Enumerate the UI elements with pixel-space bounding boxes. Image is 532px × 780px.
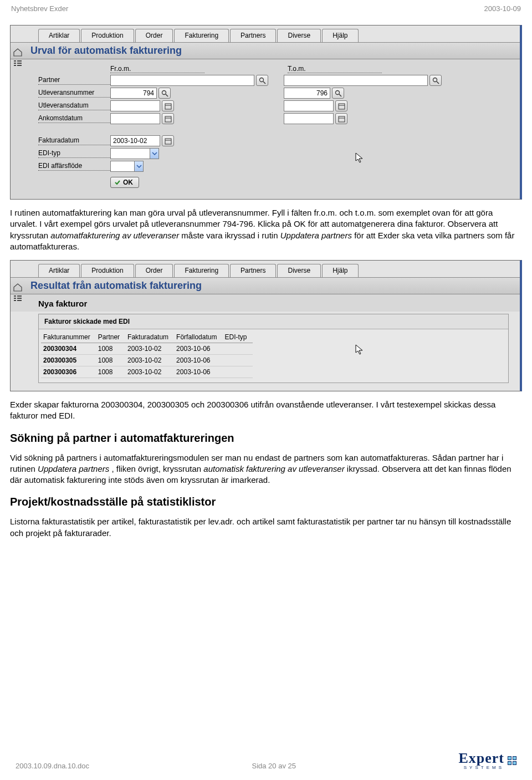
calendar-icon[interactable] (335, 100, 347, 111)
label-utlevdatum: Utleveransdatum (38, 101, 110, 110)
text: måste vara ikryssad i rutin (181, 231, 280, 240)
cell-fnr: 200300305 (41, 355, 96, 366)
table-row: 200300305 1008 2003-10-02 2003-10-06 (41, 355, 253, 366)
search-icon[interactable] (332, 88, 344, 99)
tab-diverse[interactable]: Diverse (277, 29, 321, 42)
list-icon[interactable] (13, 294, 23, 303)
logo-sub: SYSTEMS (458, 766, 504, 770)
menu-tabs: Artiklar Produktion Order Fakturering Pa… (11, 26, 520, 43)
select-editype[interactable] (110, 148, 159, 159)
col-forfallodatum: Förfallodatum (174, 332, 222, 343)
table-row: 200300306 1008 2003-10-02 2003-10-06 (41, 366, 253, 378)
invoice-table: Fakturanummer Partner Fakturadatum Förfa… (41, 332, 253, 378)
cell-partner: 1008 (96, 343, 125, 355)
svg-rect-2 (14, 63, 16, 64)
subtitle-nya-fakturor: Nya fakturor (11, 294, 520, 312)
paragraph-3: Vid sökning på partners i automatfakture… (10, 452, 522, 486)
home-icon[interactable] (13, 283, 23, 292)
cell-fdue: 2003-10-06 (174, 343, 222, 355)
calendar-icon[interactable] (162, 100, 174, 111)
logo: Expert SYSTEMS (458, 751, 516, 770)
svg-rect-3 (17, 63, 22, 64)
page-footer: 2003.10.09.dna.10.doc Sida 20 av 25 Expe… (0, 751, 532, 770)
home-icon[interactable] (13, 48, 23, 57)
cell-fdue: 2003-10-06 (174, 366, 222, 378)
input-utlevdatum-to[interactable] (284, 100, 334, 111)
tab-order[interactable]: Order (135, 264, 173, 277)
svg-rect-29 (17, 300, 22, 301)
col-to-label: T.o.m. (288, 65, 382, 73)
cell-partner: 1008 (96, 355, 125, 366)
paragraph-4: Listorna fakturastatistik per artikel, f… (10, 516, 522, 539)
svg-rect-20 (339, 116, 345, 122)
text-italic: Uppdatera partners (38, 464, 109, 473)
input-utlevdatum-from[interactable] (110, 100, 160, 111)
svg-rect-16 (339, 104, 345, 109)
tab-order[interactable]: Order (135, 29, 173, 42)
calendar-icon[interactable] (162, 135, 174, 146)
input-ankomst-from[interactable] (110, 113, 160, 124)
text: , fliken övrigt, kryssrutan (111, 464, 203, 473)
search-icon[interactable] (256, 75, 268, 86)
list-icon[interactable] (13, 59, 23, 68)
tab-fakturering[interactable]: Fakturering (174, 264, 229, 277)
tab-hjalp[interactable]: Hjälp (322, 29, 358, 42)
cell-edi (222, 366, 252, 378)
input-utlevnr-from[interactable]: 794 (110, 88, 157, 99)
input-ankomst-to[interactable] (284, 113, 334, 124)
select-ediflow[interactable] (110, 161, 144, 172)
tab-partners[interactable]: Partners (230, 29, 276, 42)
panel-edi-fakturor: Fakturor skickade med EDI Fakturanummer … (38, 314, 509, 383)
tab-artiklar[interactable]: Artiklar (38, 29, 80, 42)
chevron-down-icon (150, 149, 158, 159)
section-heading-sokning: Sökning på partner i automatfaktureringe… (10, 432, 522, 445)
svg-rect-18 (165, 116, 171, 122)
search-icon[interactable] (158, 88, 171, 99)
tab-produktion[interactable]: Produktion (81, 29, 134, 42)
col-partner: Partner (96, 332, 125, 343)
table-header-row: Fakturanummer Partner Fakturadatum Förfa… (41, 332, 253, 343)
svg-rect-5 (17, 65, 22, 66)
col-editype: EDI-typ (222, 332, 252, 343)
tab-fakturering[interactable]: Fakturering (174, 29, 229, 42)
col-fakturadatum: Fakturadatum (125, 332, 174, 343)
tab-hjalp[interactable]: Hjälp (322, 264, 358, 277)
paragraph-1: I rutinen automatfakturering kan man gör… (10, 207, 522, 252)
svg-rect-1 (17, 60, 22, 62)
sidebar-icons-2 (13, 281, 28, 305)
text-italic: automatisk fakturering av utleveranser (203, 464, 344, 473)
tab-artiklar[interactable]: Artiklar (38, 264, 80, 277)
doc-title: Nyhetsbrev Exder (11, 4, 68, 13)
logo-brand: Expert (458, 751, 504, 766)
svg-point-6 (259, 78, 263, 81)
svg-rect-27 (17, 298, 22, 299)
svg-rect-24 (14, 295, 16, 297)
tab-produktion[interactable]: Produktion (81, 264, 134, 277)
input-utlevnr-to[interactable]: 796 (284, 88, 330, 99)
label-ediflow: EDI affärsflöde (38, 162, 110, 171)
svg-line-13 (339, 94, 341, 96)
window-title: Urval för automatisk fakturering (11, 43, 520, 59)
ok-button[interactable]: OK (110, 177, 139, 188)
svg-point-8 (433, 78, 437, 81)
svg-line-7 (263, 81, 265, 84)
cell-partner: 1008 (96, 366, 125, 378)
svg-rect-22 (165, 139, 171, 144)
input-fakturadatum[interactable]: 2003-10-02 (110, 135, 160, 146)
cell-fnr: 200300304 (41, 343, 96, 355)
svg-point-12 (335, 90, 339, 94)
tab-partners[interactable]: Partners (230, 264, 276, 277)
svg-rect-26 (14, 298, 16, 299)
col-from-label: Fr.o.m. (110, 65, 204, 73)
text-italic: Uppdatera partners (280, 231, 352, 240)
paragraph-2: Exder skapar fakturorna 200300304, 20030… (10, 399, 522, 422)
check-icon (114, 179, 121, 186)
input-partner-to[interactable] (284, 75, 428, 86)
calendar-icon[interactable] (335, 113, 347, 124)
input-partner-from[interactable] (110, 75, 254, 86)
tab-diverse[interactable]: Diverse (277, 264, 321, 277)
footer-page: Sida 20 av 25 (252, 762, 296, 770)
search-icon[interactable] (429, 75, 442, 86)
svg-rect-0 (14, 60, 16, 62)
calendar-icon[interactable] (162, 113, 174, 124)
